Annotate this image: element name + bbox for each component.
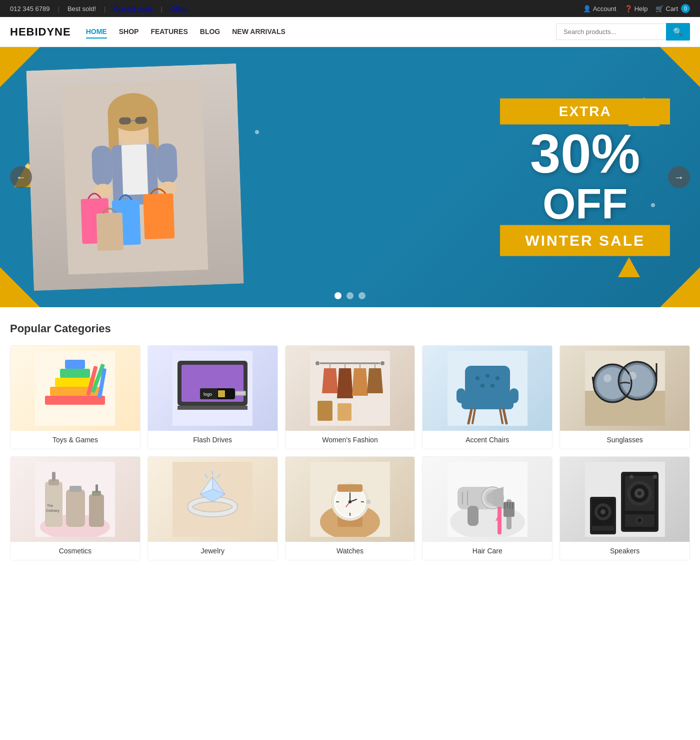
svg-rect-87 (96, 484, 98, 492)
svg-text:The: The (47, 504, 53, 507)
cat-label-jewelry: Jewelry (148, 542, 278, 560)
header: HEBIDYNE HOME SHOP FEATURES BLOG NEW ARR… (0, 17, 700, 47)
svg-point-53 (496, 376, 500, 380)
promo-off: OFF (500, 182, 670, 225)
current-deals-link[interactable]: Current deals (114, 5, 152, 13)
hero-dot-3[interactable] (358, 292, 366, 299)
best-sold: Best sold! (68, 5, 96, 13)
svg-point-47 (380, 361, 384, 365)
svg-rect-16 (143, 193, 174, 239)
category-toys-games[interactable]: Toys & Games (10, 345, 140, 449)
help-link[interactable]: ❓ Help (624, 5, 648, 13)
cat-image-toys (10, 346, 140, 431)
cat-label-toys: Toys & Games (10, 431, 140, 449)
phone-number: 012 345 6789 (10, 5, 50, 13)
svg-rect-49 (465, 366, 510, 396)
svg-rect-33 (218, 390, 225, 397)
svg-rect-9 (122, 144, 148, 195)
category-flash-drives[interactable]: logo Flash Drives (148, 345, 278, 449)
cat-label-chairs: Accent Chairs (422, 431, 552, 449)
triangle-bottom (618, 257, 640, 277)
svg-point-154 (653, 475, 657, 479)
top-bar-right: 👤 Account ❓ Help 🛒 Cart 0 (583, 4, 690, 13)
account-label: Account (593, 5, 616, 13)
category-speakers[interactable]: Speakers (560, 456, 690, 560)
promo-sale-bar: WINTER SALE (500, 225, 670, 256)
nav-shop[interactable]: SHOP (119, 26, 139, 39)
svg-marker-123 (492, 487, 504, 509)
category-womens-fashion[interactable]: Women's Fashion (285, 345, 416, 449)
sep2: | (104, 5, 106, 13)
cat-image-haircare (422, 457, 552, 542)
nav-home[interactable]: HOME (86, 26, 107, 39)
account-link[interactable]: 👤 Account (583, 5, 616, 13)
svg-point-113 (348, 500, 352, 503)
svg-rect-122 (468, 506, 478, 526)
svg-rect-36 (236, 392, 245, 395)
cart-icon: 🛒 (656, 5, 664, 13)
svg-point-46 (316, 361, 320, 365)
category-accent-chairs[interactable]: Accent Chairs (422, 345, 552, 449)
top-bar: 012 345 6789 | Best sold! | Current deal… (0, 0, 700, 17)
svg-rect-83 (66, 489, 85, 527)
svg-point-74 (604, 374, 612, 382)
svg-point-143 (638, 491, 642, 495)
hero-dot-2[interactable] (346, 292, 354, 299)
hero-dots (334, 292, 366, 299)
offers-link[interactable]: Offers (170, 5, 188, 13)
promo-percent: 30% (500, 125, 670, 183)
cat-label-fashion: Women's Fashion (286, 431, 415, 449)
logo[interactable]: HEBIDYNE (10, 26, 71, 39)
svg-rect-114 (338, 484, 362, 492)
category-jewelry[interactable]: Jewelry (148, 456, 278, 560)
hero-banner: EXTRA 30% OFF WINTER SALE ← → (0, 47, 700, 307)
svg-rect-60 (456, 388, 466, 403)
category-watches[interactable]: Watches (285, 456, 416, 560)
categories-grid: Toys & Games logo (10, 345, 690, 560)
category-sunglasses[interactable]: Sunglasses (560, 345, 690, 449)
category-haircare[interactable]: Hair Care (422, 456, 552, 560)
nav-blog[interactable]: BLOG (200, 26, 220, 39)
cart-link[interactable]: 🛒 Cart 0 (656, 4, 690, 13)
svg-point-51 (476, 376, 480, 380)
search-button[interactable]: 🔍 (666, 23, 690, 41)
svg-point-75 (628, 372, 636, 380)
hero-arrow-right[interactable]: → (668, 166, 690, 188)
svg-point-54 (480, 384, 484, 388)
cat-image-flash: logo (148, 346, 278, 431)
svg-rect-45 (338, 403, 352, 421)
promo-extra-bar: EXTRA (500, 99, 670, 125)
svg-rect-5 (119, 117, 131, 125)
cat-image-chairs (422, 346, 552, 431)
svg-line-72 (592, 377, 594, 383)
svg-point-55 (490, 384, 494, 388)
hero-dot-1[interactable] (334, 292, 342, 299)
category-cosmetics[interactable]: The Ordinary Cosmetics (10, 456, 140, 560)
hero-person-image (26, 64, 244, 291)
search-bar: 🔍 (556, 23, 690, 41)
svg-rect-10 (92, 146, 113, 186)
hero-promo: EXTRA 30% OFF WINTER SALE (500, 99, 670, 256)
person-placeholder (26, 64, 244, 291)
hero-arrow-left[interactable]: ← (10, 166, 32, 188)
account-icon: 👤 (583, 5, 591, 13)
cart-count: 0 (681, 4, 690, 13)
cat-image-sunglasses (560, 346, 690, 431)
cat-label-watches: Watches (286, 542, 415, 560)
search-input[interactable] (556, 24, 666, 40)
svg-rect-44 (318, 401, 332, 421)
svg-text:logo: logo (204, 392, 212, 397)
nav-features[interactable]: FEATURES (150, 26, 188, 39)
svg-rect-115 (366, 500, 370, 504)
svg-rect-80 (52, 472, 56, 481)
sep3: | (160, 5, 162, 13)
cat-label-cosmetics: Cosmetics (10, 542, 140, 560)
cat-image-jewelry (148, 457, 278, 542)
help-label: Help (634, 5, 648, 13)
svg-point-153 (630, 475, 634, 479)
svg-rect-85 (89, 494, 104, 527)
svg-rect-6 (135, 117, 147, 124)
nav-new-arrivals[interactable]: NEW ARRIVALS (232, 26, 286, 39)
cat-image-watches (286, 457, 415, 542)
svg-rect-23 (65, 360, 85, 369)
